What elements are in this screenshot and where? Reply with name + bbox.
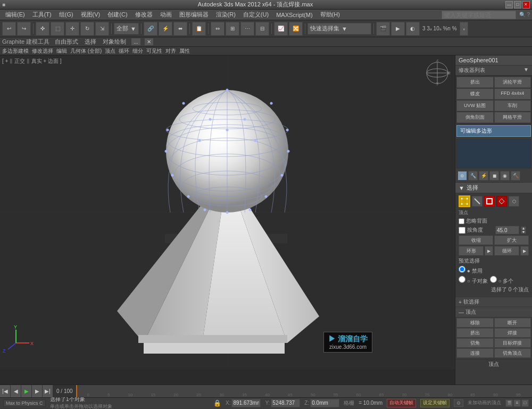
x-coord-input[interactable]: 891.673mm xyxy=(231,399,261,407)
sub-polygon-modeling[interactable]: 多边形建模 xyxy=(2,47,29,55)
graphite-paint[interactable]: 对象绘制 xyxy=(102,38,127,46)
ring-arrow-button[interactable]: ▶ xyxy=(485,246,493,256)
sub-properties[interactable]: 属性 xyxy=(179,47,190,55)
search-input[interactable] xyxy=(442,11,516,19)
menu-view[interactable]: 视图(V) xyxy=(78,10,104,19)
remove-vertex-button[interactable]: 移除 xyxy=(456,318,494,328)
object-name[interactable]: GeoSphere001 xyxy=(455,55,532,66)
modifier-meshsmooth[interactable]: 网格平滑 xyxy=(494,112,531,123)
named-selection-dropdown[interactable]: 快速选择集 ▼ xyxy=(307,23,371,35)
loop-arrow-button[interactable]: ▶ xyxy=(520,246,529,256)
panel-icon-hierarchy[interactable]: ⚡ xyxy=(479,171,488,181)
chamfer-vertex2-button[interactable]: 切角顶点 xyxy=(494,348,531,358)
modifier-extrude[interactable]: 挤出 xyxy=(456,77,494,88)
modifier-ffd[interactable]: FFD 4x4x4 xyxy=(494,88,531,100)
menu-maxscript[interactable]: MAXScript(M) xyxy=(273,11,315,19)
edge-mode-button[interactable] xyxy=(472,196,483,207)
preview-sub-radio[interactable] xyxy=(459,276,466,283)
sub-visibility[interactable]: 可见性 xyxy=(146,47,162,55)
panel-icon-create[interactable]: ⊕ xyxy=(458,171,467,181)
modifier-dropdown-icon[interactable]: ▼ xyxy=(523,67,529,74)
timeline-track[interactable]: 0 5 10 15 20 25 30 35 40 45 50 55 60 65 … xyxy=(76,385,532,397)
weld-vertex-button[interactable]: 焊接 xyxy=(494,328,531,338)
target-weld-button[interactable]: 目标焊接 xyxy=(494,338,531,348)
menu-graph-editor[interactable]: 图形编辑器 xyxy=(176,10,212,19)
redo-button[interactable]: ↪ xyxy=(17,22,31,36)
max-to-physics-button[interactable]: Max to Physics C xyxy=(3,399,46,407)
panel-icon-motion[interactable]: ◼ xyxy=(489,171,499,181)
shrink-button[interactable]: 收缩 xyxy=(459,235,493,245)
status-icon-1[interactable]: ☰ xyxy=(505,399,513,407)
scale-button[interactable]: ⇲ xyxy=(95,22,109,36)
preview-sub-label[interactable]: ○ 子对象 xyxy=(459,276,488,285)
vertex-section-header[interactable]: — 顶点 xyxy=(455,307,532,317)
modifier-lathe[interactable]: 车削 xyxy=(494,100,531,111)
layer-button[interactable]: 📋 xyxy=(192,22,206,36)
select-region-button[interactable]: ⬚ xyxy=(51,22,64,36)
angle-input[interactable]: 45.0 xyxy=(495,226,519,234)
sub-edit[interactable]: 编辑 xyxy=(56,47,67,55)
array-button[interactable]: ⊟ xyxy=(255,22,269,36)
sub-loop[interactable]: 循环 xyxy=(119,47,129,55)
preview-off-radio[interactable] xyxy=(459,266,466,273)
modifier-bevel-profile[interactable]: 倒角剖面 xyxy=(456,112,494,123)
sub-modify-select[interactable]: 修改选择 xyxy=(32,47,53,55)
sub-geometry-all[interactable]: 几何体 (全部) xyxy=(70,47,102,55)
lock-icon[interactable]: 🔒 xyxy=(213,399,221,407)
select-button[interactable]: ✜ xyxy=(36,22,49,36)
rotate-button[interactable]: ↻ xyxy=(80,22,94,36)
auto-key-button[interactable]: 自动关键帧 xyxy=(387,399,416,407)
timeline-step-back-button[interactable]: ◀ xyxy=(11,385,21,397)
border-mode-button[interactable] xyxy=(484,196,495,207)
menu-customize[interactable]: 自定义(U) xyxy=(240,10,272,19)
status-icon-2[interactable]: ≡ xyxy=(513,399,521,407)
selection-expand-icon[interactable]: ▼ xyxy=(459,185,464,191)
schematic-button[interactable]: 🔀 xyxy=(289,22,303,36)
graphite-extra[interactable]: ... xyxy=(131,38,140,45)
extrude-vertex-button[interactable]: 挤出 xyxy=(456,328,494,338)
mirror-button[interactable]: ⇔ xyxy=(211,22,225,36)
key-filter-button[interactable]: ⚙ xyxy=(454,399,463,407)
viewport[interactable]: [ + ∥ 正交 ∥ 真实 + 边面 ] 上 前 下 xyxy=(0,55,455,385)
connect-vertex-button[interactable]: 连接 xyxy=(456,348,494,358)
chamfer-vertex-button[interactable]: 切角 xyxy=(456,338,494,348)
render-frame-button[interactable]: ₓ xyxy=(460,22,468,36)
timeline-play-stop-button[interactable]: ▶ xyxy=(21,385,32,397)
modifier-shell[interactable]: 蝶皮 xyxy=(456,88,494,100)
sub-vertex[interactable]: 顶点 xyxy=(105,47,115,55)
timeline-step-fwd-button[interactable]: ▶ xyxy=(32,385,43,397)
polygon-mode-button[interactable] xyxy=(496,196,507,207)
preview-multi-label[interactable]: ○ 多个 xyxy=(490,276,514,285)
ring-button[interactable]: 环形 xyxy=(459,246,484,256)
timeline-play-button[interactable]: |◀ xyxy=(0,385,11,397)
soft-selection-header[interactable]: + 软选择 xyxy=(455,297,532,307)
preview-multi-radio[interactable] xyxy=(490,276,497,283)
align-button[interactable]: ⊞ xyxy=(226,22,239,36)
angle-down-button[interactable]: ▼ xyxy=(521,230,526,234)
sub-align[interactable]: 对齐 xyxy=(165,47,176,55)
menu-modifiers[interactable]: 修改器 xyxy=(132,10,156,19)
activeshade-button[interactable]: ◐ xyxy=(406,22,420,36)
close-button[interactable]: ✕ xyxy=(522,1,530,9)
graphite-freeform[interactable]: 自由形式 xyxy=(54,38,79,46)
selection-filter-dropdown[interactable]: 全部 ▼ xyxy=(114,23,139,35)
element-mode-button[interactable]: ⬡ xyxy=(509,196,519,207)
preview-off-label[interactable]: ● 禁用 xyxy=(459,266,483,275)
menu-tools[interactable]: 工具(T) xyxy=(29,10,55,19)
panel-icon-display[interactable]: ◉ xyxy=(500,171,510,181)
maximize-button[interactable]: □ xyxy=(514,1,521,9)
menu-help[interactable]: 帮助(H) xyxy=(317,10,343,19)
vertex-mode-button[interactable] xyxy=(459,195,470,207)
expand-button[interactable]: 扩大 xyxy=(494,235,529,245)
menu-render[interactable]: 渲染(R) xyxy=(213,10,239,19)
panel-icon-modify[interactable]: 🔧 xyxy=(468,171,478,181)
ignore-backface-checkbox[interactable] xyxy=(459,218,464,224)
graphite-mode[interactable]: ✕ xyxy=(145,38,153,45)
graphite-select[interactable]: 选择 xyxy=(84,38,97,46)
break-vertex-button[interactable]: 断开 xyxy=(494,318,531,328)
y-coord-input[interactable]: 5248.737 xyxy=(271,399,300,407)
move-button[interactable]: ✛ xyxy=(65,22,79,36)
timeline-end-button[interactable]: ▶| xyxy=(43,385,53,397)
menu-create[interactable]: 创建(C) xyxy=(104,10,130,19)
angle-up-button[interactable]: ▲ xyxy=(521,226,526,230)
